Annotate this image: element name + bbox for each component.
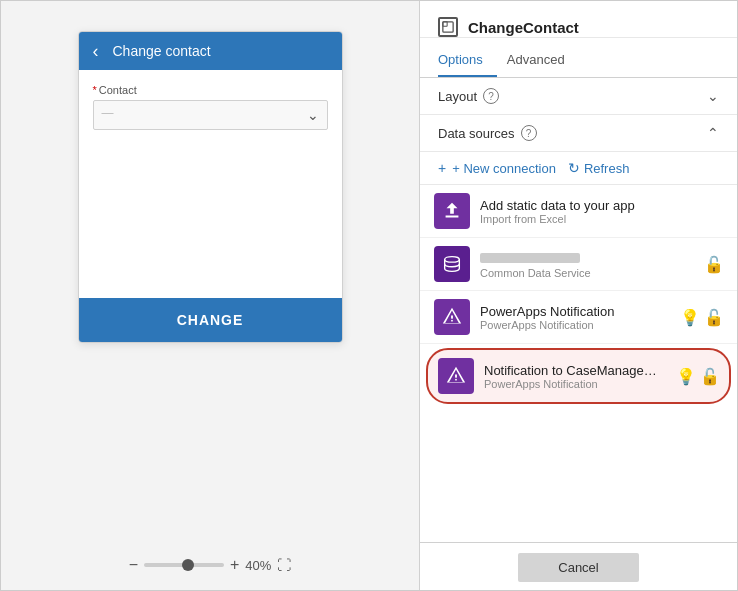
left-panel: ‹ Change contact *Contact — ⌄ CHANGE − +… bbox=[1, 1, 419, 591]
zoom-out-button[interactable]: − bbox=[129, 556, 138, 574]
zoom-percent-label: 40% bbox=[245, 558, 271, 573]
datasource-name-powerapps: PowerApps Notification bbox=[480, 304, 671, 319]
svg-point-5 bbox=[455, 379, 457, 381]
zoom-slider-container bbox=[144, 563, 224, 567]
required-marker: * bbox=[93, 84, 97, 96]
datasources-chevron-icon: ⌃ bbox=[707, 125, 719, 141]
datasource-item-powerapps[interactable]: PowerApps Notification PowerApps Notific… bbox=[420, 291, 737, 344]
panel-title: ChangeContact bbox=[468, 19, 579, 36]
right-panel: ChangeContact Options Advanced Layout ? … bbox=[419, 1, 737, 591]
new-connection-button[interactable]: + + New connection bbox=[438, 160, 556, 176]
contact-input-value: — bbox=[102, 106, 307, 124]
phone-header: ‹ Change contact bbox=[79, 32, 342, 70]
datasource-name-static: Add static data to your app bbox=[480, 198, 723, 213]
layout-section-title: Layout ? bbox=[438, 88, 499, 104]
notification-case-icon bbox=[438, 358, 474, 394]
tabs-row: Options Advanced bbox=[420, 38, 737, 78]
datasource-info-cds: Common Data Service bbox=[480, 249, 695, 279]
cds-info-icon[interactable]: 🔓 bbox=[705, 255, 723, 273]
tab-options[interactable]: Options bbox=[438, 46, 497, 77]
datasource-sub-powerapps: PowerApps Notification bbox=[480, 319, 671, 331]
cancel-button[interactable]: Cancel bbox=[518, 553, 638, 582]
datasource-sub-cds: Common Data Service bbox=[480, 267, 695, 279]
powerapps-item-actions: 💡 🔓 bbox=[681, 308, 723, 326]
back-button[interactable]: ‹ bbox=[93, 42, 99, 60]
datasources-section-title: Data sources ? bbox=[438, 125, 537, 141]
datasource-sub-static: Import from Excel bbox=[480, 213, 723, 225]
svg-point-2 bbox=[445, 257, 460, 263]
powerapps-bulb-icon[interactable]: 💡 bbox=[681, 308, 699, 326]
cds-icon bbox=[434, 246, 470, 282]
contact-field-input[interactable]: — ⌄ bbox=[93, 100, 328, 130]
phone-mockup: ‹ Change contact *Contact — ⌄ CHANGE bbox=[78, 31, 343, 343]
plus-icon: + bbox=[438, 160, 446, 176]
right-content: Layout ? ⌄ Data sources ? ⌃ + + New conn… bbox=[420, 78, 737, 542]
datasources-help-icon[interactable]: ? bbox=[521, 125, 537, 141]
datasource-item-cds[interactable]: Common Data Service 🔓 bbox=[420, 238, 737, 291]
chevron-down-icon: ⌄ bbox=[307, 107, 319, 123]
notification-bulb-icon[interactable]: 💡 bbox=[677, 367, 695, 385]
svg-point-3 bbox=[451, 320, 453, 322]
datasource-info-static: Add static data to your app Import from … bbox=[480, 198, 723, 225]
zoom-slider[interactable] bbox=[144, 563, 224, 567]
datasource-info-powerapps: PowerApps Notification PowerApps Notific… bbox=[480, 304, 671, 331]
datasources-actions: + + New connection ↻ Refresh bbox=[420, 152, 737, 185]
refresh-button[interactable]: ↻ Refresh bbox=[568, 160, 630, 176]
expand-icon[interactable]: ⛶ bbox=[277, 557, 291, 573]
powerapps-lock-icon[interactable]: 🔓 bbox=[705, 308, 723, 326]
datasource-info-notification: Notification to CaseManageme... PowerApp… bbox=[484, 363, 667, 390]
cds-item-actions: 🔓 bbox=[705, 255, 723, 273]
tab-advanced[interactable]: Advanced bbox=[507, 46, 579, 77]
contact-field-label: *Contact bbox=[93, 84, 328, 96]
right-footer: Cancel bbox=[420, 542, 737, 591]
datasource-item-static[interactable]: Add static data to your app Import from … bbox=[420, 185, 737, 238]
phone-title: Change contact bbox=[113, 43, 211, 59]
datasource-sub-notification: PowerApps Notification bbox=[484, 378, 667, 390]
change-button[interactable]: CHANGE bbox=[79, 298, 342, 342]
zoom-bar: − + 40% ⛶ bbox=[1, 556, 419, 574]
datasource-name-cds-blurred bbox=[480, 253, 580, 263]
svg-rect-6 bbox=[455, 374, 457, 378]
layout-help-icon[interactable]: ? bbox=[483, 88, 499, 104]
layout-chevron-icon: ⌄ bbox=[707, 88, 719, 104]
phone-body: *Contact — ⌄ bbox=[79, 70, 342, 290]
notification-item-actions: 💡 🔓 bbox=[677, 367, 719, 385]
notification-lock-icon[interactable]: 🔓 bbox=[701, 367, 719, 385]
datasources-section-header[interactable]: Data sources ? ⌃ bbox=[420, 115, 737, 152]
static-data-icon bbox=[434, 193, 470, 229]
datasource-name-notification: Notification to CaseManageme... bbox=[484, 363, 667, 378]
svg-rect-0 bbox=[443, 22, 453, 32]
zoom-thumb bbox=[182, 559, 194, 571]
datasource-item-notification[interactable]: Notification to CaseManageme... PowerApp… bbox=[426, 348, 731, 404]
right-header: ChangeContact bbox=[420, 1, 737, 38]
refresh-icon: ↻ bbox=[568, 160, 580, 176]
zoom-in-button[interactable]: + bbox=[230, 556, 239, 574]
window-icon bbox=[438, 17, 458, 37]
powerapps-notification-icon bbox=[434, 299, 470, 335]
layout-section-header[interactable]: Layout ? ⌄ bbox=[420, 78, 737, 115]
svg-rect-4 bbox=[451, 315, 453, 319]
